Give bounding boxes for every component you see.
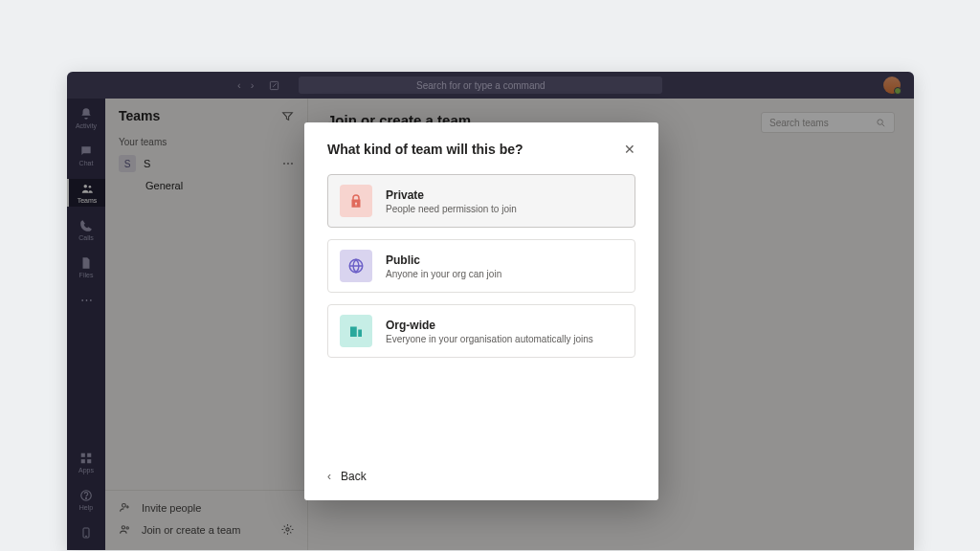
option-desc: People need permission to join bbox=[386, 204, 517, 214]
modal-title: What kind of team will this be? bbox=[327, 142, 523, 157]
option-org-wide[interactable]: Org-wide Everyone in your organisation a… bbox=[327, 304, 635, 358]
modal-footer: ‹ Back bbox=[327, 470, 635, 483]
option-private[interactable]: Private People need permission to join bbox=[327, 174, 635, 228]
option-title: Public bbox=[386, 253, 501, 267]
close-button[interactable]: ✕ bbox=[624, 142, 635, 157]
building-icon bbox=[340, 315, 372, 347]
option-desc: Anyone in your org can join bbox=[386, 269, 501, 279]
back-label: Back bbox=[341, 470, 367, 483]
lock-icon bbox=[340, 185, 372, 217]
team-kind-options: Private People need permission to join P… bbox=[327, 174, 635, 358]
chevron-left-icon: ‹ bbox=[327, 470, 331, 483]
option-title: Private bbox=[386, 188, 517, 202]
back-button[interactable]: ‹ Back bbox=[327, 470, 367, 483]
close-icon: ✕ bbox=[624, 142, 635, 157]
option-desc: Everyone in your organisation automatica… bbox=[386, 334, 593, 344]
team-kind-modal: What kind of team will this be? ✕ Privat… bbox=[304, 122, 658, 500]
option-title: Org-wide bbox=[386, 319, 593, 332]
globe-icon bbox=[340, 250, 372, 282]
modal-header: What kind of team will this be? ✕ bbox=[327, 142, 635, 157]
option-public[interactable]: Public Anyone in your org can join bbox=[327, 239, 635, 293]
